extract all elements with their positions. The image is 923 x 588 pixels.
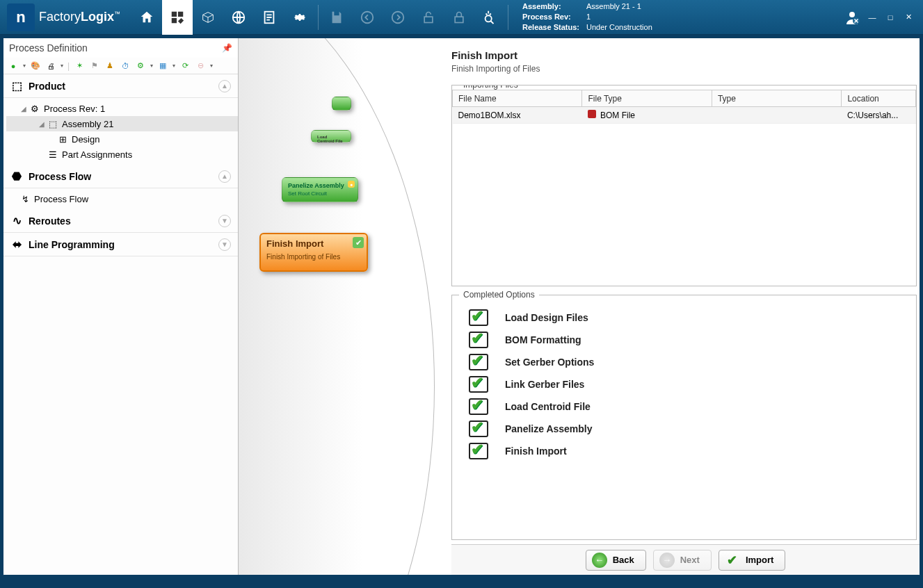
check-icon [469, 332, 488, 348]
print-icon[interactable]: 🖨 [45, 60, 56, 72]
script-icon[interactable]: ✶ [74, 60, 85, 72]
reroutes-icon: ∿ [8, 214, 26, 227]
svg-point-5 [362, 11, 374, 23]
back-arrow-icon: ← [592, 553, 607, 568]
page-subtitle: Finish Importing of Files [451, 64, 920, 74]
completed-item: Load Centroid File [469, 395, 899, 418]
col-filetype[interactable]: File Type [582, 90, 712, 107]
files-table: File Name File Type Type Location Demo1B… [452, 90, 916, 124]
tree-part-assignments[interactable]: ☰Part Assignments [6, 147, 238, 162]
nav-back-icon[interactable] [352, 0, 383, 35]
tree-assembly[interactable]: ◢⬚Assembly 21 [6, 116, 238, 131]
completed-item: Set Gerber Options [469, 351, 899, 373]
gear-icon[interactable] [284, 0, 315, 35]
wizard-card-centroid[interactable]: Load Centroid File [311, 130, 351, 142]
collapse-arrow-icon[interactable]: ▲ [218, 80, 231, 92]
section-line-programming[interactable]: ⬌ Line Programming ▼ [3, 233, 238, 256]
check-icon [469, 354, 488, 370]
palette-icon[interactable]: 🎨 [30, 60, 41, 72]
svg-point-9 [485, 15, 492, 22]
window-bottom-strip [0, 578, 923, 588]
table-row[interactable]: Demo1BOM.xlsx BOM File C:\Users\ah... [453, 107, 916, 124]
expand-arrow-icon[interactable]: ▼ [218, 215, 231, 227]
person-icon[interactable]: ♟ [104, 60, 115, 72]
add-icon[interactable]: ● [8, 60, 19, 72]
timer-icon[interactable]: ⏱ [120, 60, 131, 72]
bom-file-icon [588, 110, 596, 118]
flow-small-icon: ↯ [19, 194, 31, 204]
tree-process-rev[interactable]: ◢⚙Process Rev: 1 [6, 101, 238, 116]
completed-item: BOM Formatting [469, 329, 899, 351]
wizard-card-small[interactable] [332, 97, 351, 111]
flag-icon[interactable]: ⚑ [89, 60, 100, 72]
product-icon: ⬚ [8, 79, 26, 92]
document-icon[interactable] [254, 0, 284, 35]
check-icon [469, 420, 488, 437]
import-check-icon: ✔ [725, 553, 740, 568]
flow-icon: ⬣ [8, 170, 26, 183]
check-icon [469, 376, 488, 393]
home-icon[interactable] [131, 0, 162, 35]
tools-icon[interactable]: ⚙ [135, 60, 146, 72]
section-reroutes[interactable]: ∿ Reroutes ▼ [3, 209, 238, 233]
completed-options-group: Completed Options Load Design Files BOM … [451, 295, 917, 540]
svg-rect-1 [178, 11, 183, 16]
check-icon: ● [348, 181, 355, 188]
next-arrow-icon: → [659, 553, 675, 568]
side-toolbar: ●▾ 🎨 🖨▾ | ✶ ⚑ ♟ ⏱ ⚙▾ ▦▾ ⟳ ⊖▾ [3, 58, 238, 74]
svg-point-10 [849, 12, 855, 17]
side-header: Process Definition 📌 [3, 38, 238, 58]
maximize-button[interactable]: □ [884, 11, 897, 24]
gear-small-icon: ⚙ [29, 104, 41, 114]
grid-edit-icon[interactable] [162, 0, 193, 35]
back-button[interactable]: ←Back [586, 550, 646, 571]
refresh-icon[interactable]: ⟳ [179, 60, 191, 72]
import-button[interactable]: ✔Import [719, 550, 785, 571]
wizard-canvas: Load Centroid File Panelize Assembly Set… [239, 38, 447, 575]
pin-icon[interactable]: 📌 [222, 43, 232, 53]
col-filename[interactable]: File Name [453, 90, 582, 107]
wizard-card-finish[interactable]: Finish Import Finish Importing of Files … [259, 233, 368, 272]
col-type[interactable]: Type [712, 90, 841, 107]
minimize-button[interactable]: — [866, 11, 878, 24]
top-toolbar: n FactoryLogix™ Assembly:Assembly 21 - 1… [0, 0, 923, 35]
save-icon[interactable] [321, 0, 352, 35]
nav-forward-icon[interactable] [383, 0, 413, 35]
completed-item: Finish Import [469, 440, 899, 462]
svg-rect-7 [424, 17, 433, 22]
completed-item: Load Design Files [469, 307, 899, 329]
check-icon [469, 309, 488, 326]
wizard-card-panelize[interactable]: Panelize Assembly Set Root Circuit ● [282, 177, 358, 202]
delete-icon[interactable]: ⊖ [195, 60, 206, 72]
layers-icon[interactable]: ▦ [157, 60, 168, 72]
collapse-arrow-icon[interactable]: ▲ [218, 170, 231, 183]
section-process-flow[interactable]: ⬣ Process Flow ▲ [3, 165, 238, 188]
globe-sync-icon[interactable] [223, 0, 254, 35]
svg-rect-8 [455, 17, 463, 22]
section-product[interactable]: ⬚ Product ▲ [3, 74, 238, 98]
status-block: Assembly:Assembly 21 - 1 Process Rev:1 R… [522, 1, 652, 33]
tree-process-flow[interactable]: ↯Process Flow [6, 191, 238, 206]
package-icon[interactable] [193, 0, 223, 35]
app-logo-text: FactoryLogix™ [39, 10, 120, 24]
next-button: →Next [653, 550, 712, 571]
completed-item: Panelize Assembly [469, 418, 899, 440]
importing-files-group: Importing Files File Name File Type Type… [451, 85, 917, 286]
inspect-icon[interactable] [474, 0, 505, 35]
design-icon: ⊞ [56, 134, 69, 145]
lock-icon[interactable] [444, 0, 474, 35]
parts-icon: ☰ [47, 149, 59, 160]
wizard-footer: ←Back →Next ✔Import [451, 544, 920, 575]
completed-item: Link Gerber Files [469, 373, 899, 395]
app-logo-icon: n [7, 3, 35, 31]
user-icon[interactable] [844, 9, 860, 26]
expand-arrow-icon[interactable]: ▼ [218, 238, 231, 251]
detail-header: Finish Import Finish Importing of Files [451, 47, 920, 81]
tree-design[interactable]: ⊞Design [6, 131, 238, 147]
close-button[interactable]: ✕ [902, 11, 915, 24]
unlock-icon[interactable] [413, 0, 444, 35]
assembly-icon: ⬚ [47, 119, 59, 129]
col-location[interactable]: Location [842, 90, 916, 107]
check-icon: ✔ [353, 237, 364, 248]
svg-point-6 [392, 11, 404, 23]
